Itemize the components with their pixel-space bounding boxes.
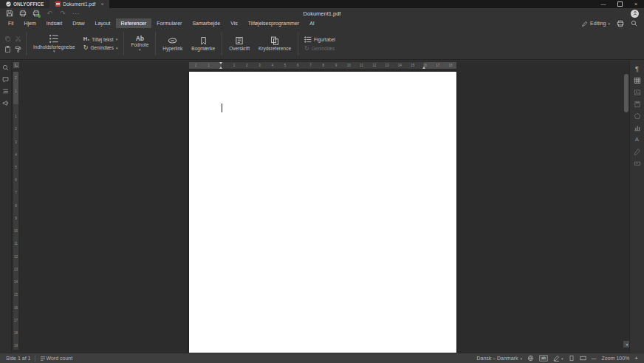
bookmark-button[interactable]: Bogmærke [187, 28, 219, 59]
left-indent-marker[interactable] [219, 67, 222, 69]
header-footer-settings-button[interactable] [633, 100, 642, 108]
search-icon [631, 20, 637, 27]
ruler-tick: 19 [13, 345, 18, 348]
maximize-button[interactable] [612, 0, 628, 8]
cut-button[interactable] [15, 35, 21, 42]
ruler-tick: 1 [233, 62, 236, 69]
fit-page-button[interactable] [569, 355, 575, 362]
tab-close-icon[interactable]: × [100, 1, 103, 7]
ruler-tick: 14 [398, 62, 402, 69]
ruler-tick: 8 [13, 204, 18, 208]
scrollbar-thumb[interactable] [624, 74, 628, 112]
close-button[interactable]: × [628, 0, 644, 8]
table-settings-button[interactable] [633, 76, 642, 84]
ruler-tick: · [431, 62, 433, 69]
refresh-table-of-figures-button[interactable]: ↻ Genindlæs [304, 46, 335, 52]
paste-button[interactable] [4, 46, 11, 52]
print-file-button[interactable] [617, 20, 624, 27]
word-count-button[interactable] [40, 356, 46, 362]
ruler-tick: · [291, 62, 292, 69]
cross-reference-button[interactable]: Krydsreference [254, 28, 295, 59]
chevron-down-icon: ▾ [561, 356, 564, 361]
ruler-tick: 13 [385, 62, 388, 69]
tab-indsaet[interactable]: Indsæt [41, 18, 67, 28]
window-tab-bar: ONLYOFFICE Dokument1.pdf × — × [0, 0, 644, 8]
copy-style-button[interactable] [15, 46, 21, 52]
chevron-down-icon: ▾ [116, 46, 118, 50]
ruler-tick: · [13, 172, 18, 176]
vertical-ruler[interactable]: ·1·2·3·4·5·6·7·8·9·10·11·12·13·14·15·16·… [13, 72, 18, 350]
table-of-contents-button[interactable]: Indholdsfortegnelse ▾ [29, 28, 80, 59]
tab-tilfojelsesprogrammer[interactable]: Tilføjelsesprogrammer [243, 18, 304, 28]
print-button[interactable] [16, 9, 30, 18]
first-line-indent-marker[interactable] [219, 62, 222, 64]
caption-button[interactable]: Overskrift [225, 28, 254, 59]
footnote-button[interactable]: Ab Fodnote ▾ [126, 28, 153, 59]
zoom-out-button[interactable]: — [592, 356, 597, 361]
tab-hjem[interactable]: Hjem [18, 18, 41, 28]
chart-settings-button[interactable] [633, 123, 642, 132]
refresh-toc-button[interactable]: ↻ Genindlæs ▾ [83, 45, 118, 51]
ruler-tick: 7 [309, 62, 312, 69]
search-icon [2, 64, 9, 71]
ruler-tick: 18 [449, 62, 453, 69]
tab-draw[interactable]: Draw [67, 18, 89, 28]
ruler-tick: 8 [322, 62, 324, 69]
quick-print-button[interactable] [30, 9, 43, 18]
cross-reference-icon [270, 36, 279, 45]
zoom-in-button[interactable]: + [634, 355, 638, 362]
search-panel-button[interactable] [2, 64, 9, 71]
tab-samarbejde[interactable]: Samarbejde [187, 18, 225, 28]
ruler-tick: 15 [411, 62, 414, 69]
text-language-selector[interactable]: Dansk – Danmark ▾ [476, 356, 522, 361]
hyperlink-button[interactable]: Hyperlink [158, 28, 187, 59]
editing-mode-button[interactable]: Editing ▾ [582, 21, 610, 27]
save-button[interactable] [3, 9, 16, 18]
headings-panel-button[interactable] [2, 88, 9, 95]
table-of-figures-button[interactable]: Figurtabel [304, 36, 335, 43]
fit-width-button[interactable] [580, 355, 586, 362]
horizontal-ruler[interactable]: ·1·2·3·4·5·6·7·8·9·10·11·12·13·14·15·16·… [189, 62, 456, 69]
undo-button[interactable]: ↶ [43, 9, 56, 18]
more-toolbar-button[interactable]: ··· [69, 11, 83, 16]
search-button[interactable] [631, 20, 637, 27]
ruler-tick: · [13, 325, 18, 329]
tab-vis[interactable]: Vis [225, 18, 243, 28]
add-text-button[interactable]: H₁ Tilføj tekst ▾ [83, 36, 118, 42]
copy-button[interactable] [4, 35, 11, 42]
minimize-button[interactable]: — [595, 0, 612, 8]
spell-check-button[interactable]: ab [539, 355, 548, 362]
tab-referencer[interactable]: Referencer [116, 18, 152, 28]
ruler-tick: · [444, 62, 445, 69]
user-avatar[interactable] [631, 10, 639, 18]
footnote-icon: Ab [136, 35, 144, 42]
tab-layout[interactable]: Layout [89, 18, 115, 28]
megaphone-icon [2, 100, 9, 106]
chevron-down-icon: ▾ [520, 356, 522, 361]
vertical-scrollbar[interactable] [624, 72, 628, 344]
image-settings-button[interactable] [633, 88, 642, 96]
tab-ai[interactable]: AI [304, 18, 320, 28]
document-page[interactable] [189, 72, 456, 354]
tab-fil[interactable]: Fil [3, 18, 18, 28]
comments-panel-button[interactable] [2, 76, 9, 83]
paragraph-settings-button[interactable]: ¶ [633, 64, 642, 72]
zoom-level-label[interactable]: Zoom 100% [602, 356, 630, 361]
redo-button[interactable]: ↷ [56, 9, 69, 18]
ruler-tick: · [380, 62, 382, 69]
ruler-tick: · [405, 62, 407, 69]
form-settings-button[interactable] [633, 159, 642, 167]
tab-stop-selector[interactable] [13, 62, 19, 68]
page-indicator[interactable]: Side 1 af 1 [6, 356, 30, 361]
text-art-settings-button[interactable]: A [633, 135, 642, 143]
ink-tools-button[interactable]: ▾ [553, 355, 564, 362]
document-language-button[interactable] [527, 355, 534, 362]
signature-settings-button[interactable] [633, 147, 642, 155]
text-field-icon [634, 160, 641, 167]
word-count-label[interactable]: Word count [46, 356, 72, 361]
document-tab[interactable]: Dokument1.pdf × [49, 0, 109, 8]
feedback-button[interactable] [2, 100, 9, 106]
app-brand-tab[interactable]: ONLYOFFICE [0, 0, 49, 8]
tab-formularer[interactable]: Formularer [151, 18, 187, 28]
shape-settings-button[interactable] [633, 112, 642, 120]
